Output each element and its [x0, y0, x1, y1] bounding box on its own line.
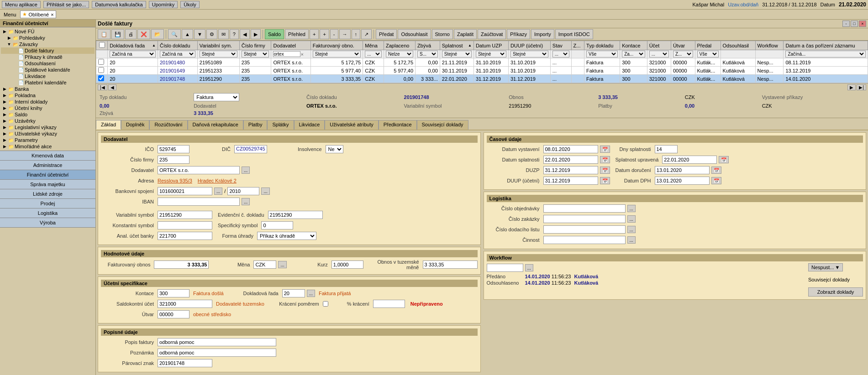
- tb-odsouhlasit-btn[interactable]: Odsouhlasit: [398, 29, 431, 39]
- kraceni-pct-input[interactable]: [373, 300, 405, 308]
- filter-ucet[interactable]: ...: [647, 50, 671, 58]
- sidebar-item-uzivatelske[interactable]: ▶ 📁 Uživatelské výkazy: [1, 130, 95, 137]
- tb-save-btn[interactable]: 💾: [111, 29, 124, 39]
- popis-input[interactable]: [158, 338, 276, 346]
- sidebar-item-pohledavky[interactable]: ▶ 📁 Pohledávky: [1, 35, 95, 41]
- cislo-obj-input[interactable]: [543, 204, 626, 213]
- win-minimize-btn[interactable]: -: [842, 21, 850, 27]
- filter-typ[interactable]: Vše: [584, 50, 620, 58]
- col-dodavatel[interactable]: Dodavatel: [271, 41, 310, 50]
- dokladova-rada-input[interactable]: [282, 289, 305, 297]
- datum-vystaveni-input[interactable]: [543, 145, 598, 153]
- tb-plus2-btn[interactable]: +: [320, 29, 329, 39]
- tab-doplnek[interactable]: Doplněk: [121, 120, 149, 130]
- sidebar-item-zavazky[interactable]: ▼ 📂 Závazky: [1, 41, 95, 47]
- sidebar-item-pokladna[interactable]: ▶ 📁 Pokladna: [1, 92, 95, 99]
- mena-input[interactable]: [253, 260, 276, 269]
- specificky-input[interactable]: [261, 221, 293, 229]
- mena-browse-btn[interactable]: ...: [278, 261, 286, 268]
- table-row[interactable]: 20 201901748 21951290 235 ORTEX s.r.o. 3…: [96, 75, 868, 83]
- row-check[interactable]: [96, 58, 108, 67]
- filter-variabilni[interactable]: Stejné: [197, 50, 239, 58]
- tb-storno-btn[interactable]: Storno: [432, 29, 453, 39]
- nav-prev[interactable]: ◀: [108, 84, 116, 90]
- col-typ[interactable]: Typ dokladu: [584, 41, 620, 50]
- filter-zbyvá-select[interactable]: S...: [417, 51, 438, 57]
- filter-fakturovany-select[interactable]: Stejné: [313, 51, 361, 57]
- tb-plus-btn[interactable]: +: [310, 29, 319, 39]
- filter-cislo-firmy-select[interactable]: Stejné: [242, 51, 269, 57]
- sidebar-item-prikazy[interactable]: 📄 Příkazy k úhradě: [1, 54, 95, 60]
- cislo-obj-browse-btn[interactable]: ...: [627, 205, 636, 212]
- col-splatnost[interactable]: Splatnost▲: [440, 41, 473, 50]
- tb-prikazy-btn[interactable]: Příkazy: [507, 29, 530, 39]
- cinnost-browse-btn[interactable]: ...: [627, 236, 636, 244]
- konstantni-input[interactable]: [158, 221, 212, 229]
- cislo-zak-input[interactable]: [543, 215, 626, 223]
- tb-delete-btn[interactable]: ❌: [137, 29, 150, 39]
- sidebar-item-legislativni[interactable]: ▶ 📁 Legislativní výkazy: [1, 124, 95, 130]
- nespust-btn[interactable]: Nespust... ▼: [808, 263, 843, 271]
- cinnost-input[interactable]: [543, 236, 626, 244]
- fakturovany-input[interactable]: [154, 260, 209, 269]
- filter-kontace[interactable]: Za...: [620, 50, 647, 58]
- sidebar-item-odsouhlaseni[interactable]: 📄 Odsouhlasení: [1, 60, 95, 67]
- bankovni-suffix-browse-btn[interactable]: ...: [261, 188, 269, 195]
- tb-print-btn[interactable]: 🖨: [125, 29, 137, 39]
- kurz-input[interactable]: [331, 260, 363, 269]
- data-table-container[interactable]: Dokladová řada▲ Číslo dokladu Variabilní…: [96, 41, 868, 83]
- tb-predat-btn[interactable]: Předat: [376, 29, 397, 39]
- iban-input[interactable]: [158, 198, 240, 206]
- filter-splatnost-select[interactable]: Stejné: [442, 51, 472, 57]
- sidebar-lidske-btn[interactable]: Lidské zdroje: [0, 189, 95, 199]
- tab-souvisejici[interactable]: Souvisejcí doklady: [417, 120, 468, 130]
- filter-odsouhlasil[interactable]: [721, 50, 755, 58]
- poznamka-input[interactable]: [158, 349, 276, 357]
- dny-splatnosti-input[interactable]: [655, 145, 678, 153]
- filter-datum-cas[interactable]: Začíná...: [784, 50, 868, 58]
- filter-z[interactable]: [571, 50, 584, 58]
- tb-zauctovat-btn[interactable]: Zaúčtovat: [478, 29, 506, 39]
- workflow-browse-btn[interactable]: ...: [525, 264, 533, 271]
- col-cislo-dokladu[interactable]: Číslo dokladu: [158, 41, 197, 50]
- datum-doruceni-input[interactable]: [655, 166, 710, 174]
- row-check[interactable]: [96, 75, 108, 83]
- cislo-zak-browse-btn[interactable]: ...: [627, 215, 636, 223]
- table-row[interactable]: 20 201901649 21951233 235 ORTEX s.r.o. 5…: [96, 67, 868, 75]
- evidencni-input[interactable]: [268, 211, 323, 219]
- filter-dokladova[interactable]: Začíná na: [108, 50, 158, 58]
- sidebar-item-ucetni-knihy[interactable]: ▶ 📁 Účetní knihy: [1, 105, 95, 111]
- select-all-checkbox[interactable]: [99, 42, 105, 48]
- table-row[interactable]: 20 201901480 21951089 235 ORTEX s.r.o. 5…: [96, 58, 868, 67]
- sidebar-item-platebni[interactable]: 📄 Platební kalendáře: [1, 79, 95, 86]
- tb-filter-btn[interactable]: 🔍: [168, 29, 181, 39]
- tab-rozuctovani[interactable]: Rozúčtování: [149, 120, 187, 130]
- tab-predkontace[interactable]: Předkontace: [379, 120, 417, 130]
- sidebar-item-nove-fu[interactable]: ▶ 📁 Nové FÚ: [1, 28, 95, 35]
- datum-vystaveni-cal-btn[interactable]: 📅: [600, 146, 610, 153]
- filter-dodavatel[interactable]: ×: [271, 50, 310, 58]
- bankovni-suffix-input[interactable]: [227, 187, 259, 195]
- sidebar-item-parametry[interactable]: ▶ 📁 Parametry: [1, 137, 95, 143]
- filter-stav-select[interactable]: ...: [552, 51, 569, 57]
- tb-import-isdoc-btn[interactable]: Import ISDOC: [555, 29, 593, 39]
- sidebar-item-interni[interactable]: ▶ 📁 Interní doklady: [1, 99, 95, 105]
- oblibene-close[interactable]: ×: [51, 12, 53, 17]
- filter-duup[interactable]: Stejné: [508, 50, 550, 58]
- win-maximize-btn[interactable]: □: [851, 21, 858, 27]
- sidebar-item-banka[interactable]: ▶ 📁 Banka: [1, 86, 95, 92]
- tb-email-btn[interactable]: ✉: [218, 29, 229, 39]
- duzp-cal-btn[interactable]: 📅: [600, 167, 610, 174]
- col-variabilni[interactable]: Variabilní sym.: [197, 41, 239, 50]
- tb-new-btn[interactable]: 📋: [98, 29, 110, 39]
- sidebar-financni-btn[interactable]: Finanční účetnictví: [0, 170, 95, 180]
- dodavatel-name-input[interactable]: [158, 166, 240, 174]
- sidebar-kmenova-data-btn[interactable]: Kmenová data: [0, 151, 95, 161]
- sidebar-item-splatkove[interactable]: 📄 Splátkové kalendáře: [1, 67, 95, 73]
- datumova-kalk-btn[interactable]: Datumová kalkulačka: [92, 1, 146, 8]
- filter-datum-cas-select[interactable]: Začíná...: [785, 51, 866, 57]
- sidebar-sprava-btn[interactable]: Správa majetku: [0, 180, 95, 189]
- duup-cas-input[interactable]: [543, 177, 598, 185]
- col-zaplaceno[interactable]: Zaplaceno: [384, 41, 416, 50]
- duup-cal-btn[interactable]: 📅: [600, 177, 610, 184]
